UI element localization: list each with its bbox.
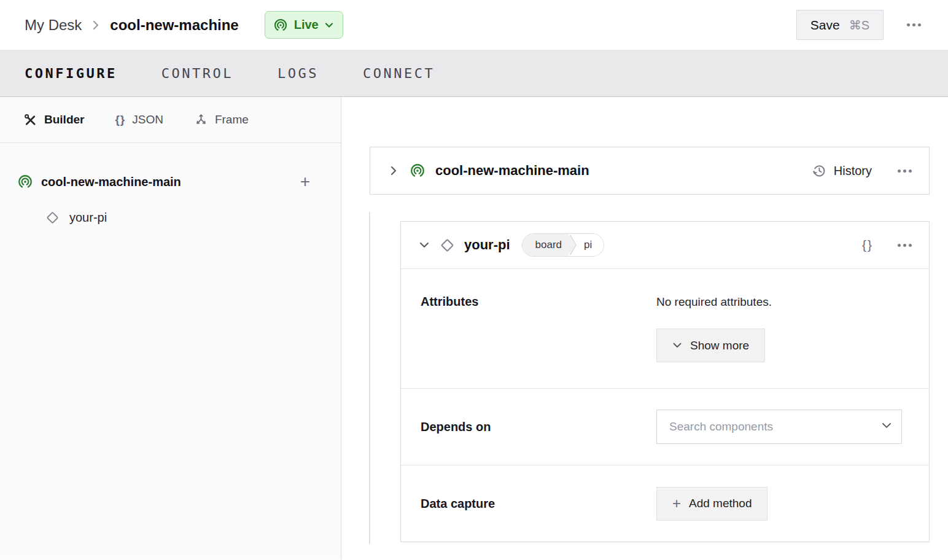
tools-icon <box>23 113 37 127</box>
live-label: Live <box>294 18 319 32</box>
attributes-section: Attributes No required attributes. Show … <box>401 269 929 389</box>
tab-configure[interactable]: CONFIGURE <box>25 66 117 81</box>
add-component-icon[interactable]: + <box>300 173 310 190</box>
plus-icon: + <box>672 496 681 511</box>
tab-connect[interactable]: CONNECT <box>363 66 435 81</box>
tree-component-name: your-pi <box>69 211 107 225</box>
broadcast-icon <box>273 18 288 33</box>
expand-chevron-right-icon[interactable] <box>387 165 400 177</box>
mode-frame-label: Frame <box>215 113 249 126</box>
configure-main-panel: cool-new-machine-main History <box>341 97 948 559</box>
chevron-down-icon <box>672 342 682 349</box>
search-components-input[interactable] <box>656 410 902 444</box>
component-model-tag: pi <box>577 234 604 256</box>
component-menu-icon[interactable] <box>898 244 912 247</box>
mode-json[interactable]: {} JSON <box>115 113 163 126</box>
add-method-button[interactable]: + Add method <box>656 487 767 521</box>
machine-part-icon <box>17 174 33 190</box>
save-label: Save <box>810 18 840 33</box>
mode-frame[interactable]: Frame <box>194 113 249 127</box>
component-card: your-pi board pi {} Attributes No requi <box>400 221 930 542</box>
breadcrumb-parent-link[interactable]: My Desk <box>25 17 82 34</box>
tab-logs[interactable]: LOGS <box>278 66 319 81</box>
machine-part-menu-icon[interactable] <box>898 169 912 173</box>
machine-part-card-title: cool-new-machine-main <box>435 163 589 179</box>
save-shortcut: ⌘S <box>849 18 869 33</box>
collapse-chevron-down-icon[interactable] <box>418 239 430 251</box>
history-label: History <box>834 164 872 178</box>
save-button[interactable]: Save ⌘S <box>796 10 884 40</box>
main-tab-bar: CONFIGURE CONTROL LOGS CONNECT <box>0 50 948 97</box>
more-options-icon[interactable] <box>907 23 921 26</box>
tree-machine-name: cool-new-machine-main <box>41 175 181 189</box>
history-button[interactable]: History <box>812 163 872 178</box>
chevron-down-icon <box>325 22 333 28</box>
topbar-actions: Save ⌘S <box>796 10 921 40</box>
mode-builder[interactable]: Builder <box>23 113 84 127</box>
component-diamond-icon <box>440 238 455 253</box>
mode-builder-label: Builder <box>44 113 84 126</box>
machine-tree: cool-new-machine-main + your-pi <box>0 143 341 231</box>
history-clock-icon <box>812 163 826 178</box>
tree-item-component[interactable]: your-pi <box>0 203 341 231</box>
component-card-title: your-pi <box>464 237 510 253</box>
live-status-dropdown[interactable]: Live <box>265 11 343 39</box>
mode-json-label: JSON <box>132 113 163 126</box>
data-capture-label: Data capture <box>421 497 656 511</box>
component-json-icon[interactable]: {} <box>862 238 873 252</box>
depends-on-select <box>656 410 902 444</box>
chevron-right-icon <box>91 18 101 32</box>
machine-part-icon <box>410 163 425 179</box>
tab-control[interactable]: CONTROL <box>161 66 233 81</box>
top-bar: My Desk cool-new-machine Live Save ⌘S <box>0 0 948 50</box>
depends-on-section: Depends on <box>401 389 929 465</box>
breadcrumb-current: cool-new-machine <box>110 17 238 34</box>
tree-item-machine-part[interactable]: cool-new-machine-main + <box>0 166 341 197</box>
tree-indent-guide <box>369 212 370 544</box>
component-type-model-badge: board pi <box>522 233 605 257</box>
component-type-tag: board <box>523 234 575 256</box>
depends-on-label: Depends on <box>421 420 656 434</box>
show-more-button[interactable]: Show more <box>656 329 765 362</box>
breadcrumb: My Desk cool-new-machine <box>25 17 239 34</box>
add-method-label: Add method <box>689 497 752 510</box>
configure-sidebar: Builder {} JSON Frame <box>0 97 341 559</box>
view-mode-switcher: Builder {} JSON Frame <box>0 97 341 143</box>
component-diamond-icon <box>45 211 60 225</box>
frame-axes-icon <box>194 113 208 127</box>
attributes-empty-text: No required attributes. <box>656 295 772 309</box>
machine-part-card: cool-new-machine-main History <box>370 147 930 195</box>
attributes-label: Attributes <box>421 295 656 388</box>
data-capture-section: Data capture + Add method <box>401 465 929 542</box>
braces-icon: {} <box>115 113 125 126</box>
show-more-label: Show more <box>690 339 749 352</box>
component-card-header: your-pi board pi {} <box>401 222 929 269</box>
